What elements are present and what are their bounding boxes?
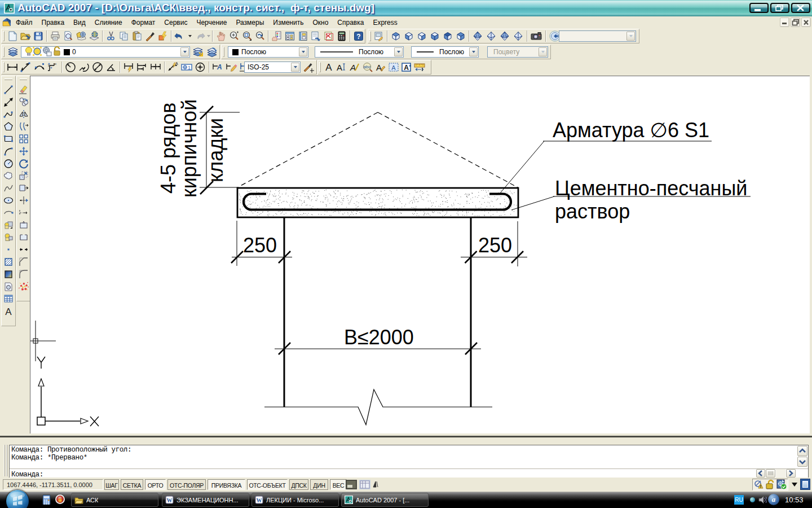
svg-text:?: ? <box>356 33 360 41</box>
svg-text:кладки: кладки <box>204 118 227 182</box>
svg-text:W: W <box>167 497 173 503</box>
svg-text:A: A <box>217 63 222 71</box>
svg-text:250: 250 <box>478 234 512 257</box>
svg-text:250: 250 <box>243 234 277 257</box>
svg-text:Арматура ∅6 S1: Арматура ∅6 S1 <box>553 119 709 142</box>
svg-text:W: W <box>257 497 262 503</box>
svg-text:y: y <box>48 63 50 67</box>
svg-text:кирпичной: кирпичной <box>178 99 201 198</box>
svg-text:A: A <box>5 306 12 317</box>
svg-text:раствор: раствор <box>555 200 630 223</box>
svg-text:A: A <box>349 63 355 72</box>
svg-text:A: A <box>336 63 342 72</box>
svg-text:B≤2000: B≤2000 <box>344 326 414 349</box>
svg-text:x: x <box>55 62 56 65</box>
svg-text:A: A <box>404 64 409 72</box>
svg-text:Цементно-песчаный: Цементно-песчаный <box>555 177 747 200</box>
svg-text:abc: abc <box>363 64 370 69</box>
svg-text:A: A <box>376 63 381 72</box>
svg-text:4-5 рядов: 4-5 рядов <box>157 103 180 194</box>
svg-text:1: 1 <box>188 65 191 71</box>
svg-text:A: A <box>391 64 396 71</box>
svg-text:A: A <box>175 62 178 65</box>
svg-text:A: A <box>325 62 332 73</box>
